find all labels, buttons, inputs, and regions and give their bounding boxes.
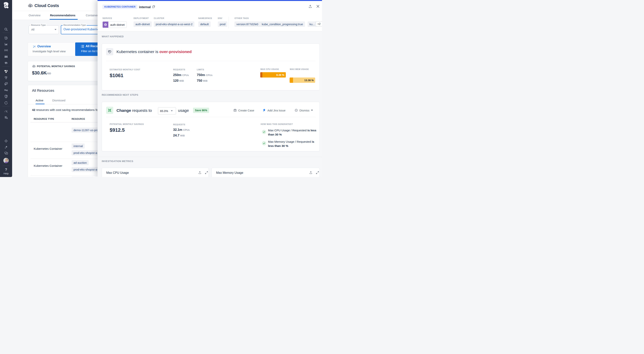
dropdown-caret-icon (171, 110, 173, 111)
generated-check-2: Max Memory Usage / Requested is less tha… (268, 140, 319, 148)
col-resource-type: RESOURCE TYPE (34, 118, 54, 120)
share-export-icon[interactable] (308, 5, 312, 8)
ai-sparkles-icon[interactable] (4, 145, 8, 149)
datadog-logo[interactable] (2, 2, 10, 9)
chart-export-icon[interactable] (198, 171, 202, 174)
add-jira-issue-button[interactable]: Add Jira Issue (262, 109, 286, 112)
monitoring-gauge-icon[interactable] (4, 109, 8, 114)
containers-hexagons-icon[interactable] (4, 69, 8, 74)
row4-pill[interactable] (72, 177, 94, 177)
what-happened-card: Kubernetes container is over-provisioned… (102, 44, 320, 90)
cpu-chart-title: Max CPU Usage (106, 171, 129, 175)
max-cpu-value: 8.36 % (276, 72, 284, 78)
check-icon (262, 141, 266, 145)
create-case-button[interactable]: Create Case (233, 109, 254, 112)
chart-expand-icon[interactable] (205, 171, 208, 174)
savings-currency: USD (46, 72, 51, 75)
search-icon[interactable] (4, 27, 8, 32)
service-value: auth-dotnet (108, 22, 126, 28)
resource-kind-badge: KUBERNETES CONTAINER (102, 5, 137, 9)
how-generated-label: HOW WAS THIS GENERATED? (261, 123, 293, 125)
case-icon (233, 109, 237, 112)
meta-divider (228, 17, 229, 29)
requests-cpu: 250m CPUs (173, 73, 189, 77)
tab-overview[interactable]: Overview (28, 14, 40, 17)
limits-label: LIMITS (197, 68, 204, 71)
service-label: SERVICE (102, 17, 112, 19)
tab-dismissed[interactable]: Dismissed (52, 99, 65, 102)
recommendation-side-panel: KUBERNETES CONTAINER internal SERVICE au… (98, 0, 322, 177)
tag-kube-condition[interactable]: kube_condition_progressing:true (260, 22, 305, 27)
row3-pill-1[interactable]: ad-auction (72, 160, 89, 165)
tag-truncated[interactable]: ku... (308, 22, 317, 27)
title-prefix: Kubernetes container is (116, 50, 159, 54)
estimated-cost-value: $1061 (110, 73, 123, 79)
row2-pill-1[interactable]: internal (72, 143, 85, 149)
metrics-section-divider (98, 157, 322, 157)
namespace-label: NAMESPACE (198, 17, 212, 19)
watchdog-icon[interactable] (4, 48, 8, 53)
ci-pipelines-icon[interactable] (4, 88, 8, 93)
chart-export-icon[interactable] (309, 171, 312, 174)
wand-icon (32, 45, 36, 48)
dismiss-button[interactable]: Dismiss (294, 109, 313, 112)
globe-icon (103, 22, 108, 28)
next-steps-card: Change requests to 65.0% usage Save 86% … (102, 102, 320, 151)
service-management-icon[interactable] (4, 101, 8, 105)
resource-type-select[interactable]: Resource Type All (28, 26, 59, 34)
svg-text:$: $ (30, 5, 31, 7)
env-label: ENV (218, 17, 222, 19)
max-mem-bar-fill (290, 78, 293, 83)
ns-requests-label: REQUESTS (173, 123, 185, 126)
more-tags-button[interactable]: +2 (316, 21, 322, 27)
env-value[interactable]: prod (218, 22, 227, 27)
resources-count: 42 (32, 108, 35, 111)
tab-recommendations[interactable]: Recommendations (50, 14, 76, 17)
close-icon[interactable] (316, 4, 320, 8)
chart-expand-icon[interactable] (316, 171, 319, 174)
infrastructure-layers-icon[interactable] (4, 61, 8, 65)
copy-icon[interactable] (152, 5, 155, 8)
help-question-icon[interactable]: ? (0, 168, 12, 172)
dashboards-icon[interactable] (4, 82, 8, 86)
panel-title: internal (139, 5, 150, 9)
save-badge: Save 86% (193, 108, 209, 113)
integrations-puzzle-icon[interactable] (4, 139, 8, 143)
card-divider (106, 61, 315, 61)
history-icon[interactable] (4, 36, 8, 40)
namespace-value[interactable]: default (198, 22, 211, 27)
cluster-value[interactable]: prod-eks-shopist-a-us-west-2 (154, 22, 194, 27)
max-mem-value: 13.38 % (304, 78, 314, 83)
max-cpu-bar-fill (260, 72, 262, 78)
usage-percent-dropdown[interactable]: 65.0% (158, 107, 176, 115)
compress-arrows-icon (106, 107, 113, 114)
log-explorer-icon[interactable] (4, 115, 8, 120)
row2-type: Kubernetes Container (34, 147, 62, 150)
app-sidebar: ? Help (0, 0, 12, 177)
tag-version[interactable]: version:877d1fe0 (234, 22, 260, 27)
apm-binoculars-icon[interactable] (4, 54, 8, 59)
savings-cloud-icon: $ (32, 65, 36, 68)
generated-check-1: Max CPU Usage / Requested is less than 3… (268, 128, 319, 137)
resources-summary-rest: resources with cost saving recommendatio… (35, 108, 103, 111)
max-cpu-usage-bar: 8.36 % (260, 72, 286, 78)
workspaces-icon[interactable] (4, 151, 8, 155)
deployment-value[interactable]: auth-dotnet (134, 22, 152, 27)
other-tags-label: OTHER TAGS (234, 17, 249, 19)
toggle-overview-title: Overview (37, 45, 51, 48)
potential-savings-value: $912.5 (110, 127, 125, 133)
service-pill[interactable]: auth-dotnet (102, 22, 127, 28)
col-resource: RESOURCE (72, 118, 85, 120)
max-memory-chart-card: Max Memory Usage (212, 168, 320, 177)
toggle-overview-card[interactable]: Overview Investigate high level view (28, 43, 76, 56)
security-shield-icon[interactable] (4, 94, 8, 99)
check-icon (262, 130, 266, 134)
logs-icon[interactable] (4, 75, 8, 80)
tab-active[interactable]: Active (36, 99, 44, 102)
list-icon (81, 45, 84, 48)
metrics-icon[interactable] (4, 42, 8, 47)
help-label[interactable]: Help (0, 172, 12, 175)
all-resources-title: All Resources (32, 89, 54, 93)
user-avatar[interactable] (4, 158, 9, 163)
memory-chart-title: Max Memory Usage (216, 171, 243, 175)
